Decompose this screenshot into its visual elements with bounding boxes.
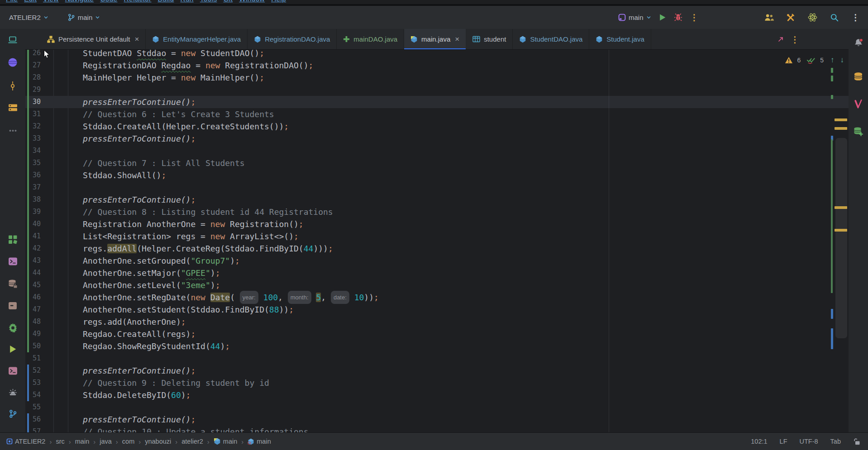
run-more-kebab-icon[interactable]: ⋮ — [690, 13, 699, 22]
toolwindow-button-notifications-bell-icon[interactable] — [849, 38, 868, 48]
code-line[interactable]: 53// Question 9 : Deleting student by id — [25, 377, 849, 389]
toolwindow-button-monitor-icon[interactable] — [0, 36, 25, 44]
code-line[interactable]: 51 — [25, 352, 849, 365]
menu-item-window[interactable]: Window — [237, 0, 267, 3]
expand-icon[interactable] — [777, 36, 784, 43]
tab-studentdao-java[interactable]: StudentDAO.java — [513, 29, 589, 49]
code-line[interactable]: 46AnotherOne.setRegDate(new Date( year: … — [25, 291, 849, 303]
tab-student-java[interactable]: Student.java — [589, 29, 651, 49]
code-line[interactable]: 26StudentDAO Stddao = new StudentDAO(); — [25, 50, 849, 59]
code-line[interactable]: 41List<Registration> regs = new ArrayLis… — [25, 230, 849, 242]
toolwindow-button-terminal-purple-icon[interactable] — [0, 257, 25, 266]
code-line[interactable]: 31// Question 6 : Let's Create 3 Student… — [25, 108, 849, 120]
line-number[interactable]: 41 — [25, 230, 41, 242]
close-icon[interactable]: × — [455, 35, 459, 43]
code-line[interactable]: 34 — [25, 145, 849, 157]
toolwindow-button-settings-gear-icon[interactable] — [0, 323, 25, 333]
toolwindow-button-database-server-icon[interactable] — [0, 104, 25, 112]
search-icon[interactable] — [830, 13, 839, 22]
breadcrumb-item-atelier2[interactable]: atelier2 — [181, 438, 203, 445]
line-number[interactable]: 48 — [25, 316, 41, 328]
line-number[interactable]: 43 — [25, 255, 41, 267]
tab-maindao-java[interactable]: mainDAO.java — [337, 29, 404, 49]
code-line[interactable]: 33pressEnterToContinue(); — [25, 133, 849, 145]
breadcrumb-item-java[interactable]: java — [100, 438, 112, 445]
line-number[interactable]: 57 — [25, 426, 41, 432]
code-line[interactable]: 42regs.addAll(Helper.CreateReg(Stddao.Fi… — [25, 242, 849, 255]
line-number[interactable]: 35 — [25, 157, 41, 169]
code-line[interactable]: 45AnotherOne.setLevel("3eme"); — [25, 279, 849, 291]
code-line[interactable]: 37 — [25, 181, 849, 194]
line-number[interactable]: 34 — [25, 145, 41, 157]
menu-item-run[interactable]: Run — [178, 0, 196, 3]
breadcrumb-item-main[interactable]: main — [214, 438, 237, 445]
line-number[interactable]: 52 — [25, 365, 41, 377]
line-number[interactable]: 28 — [25, 71, 41, 84]
code-line[interactable]: 32Stddao.CreateAll(Helper.CreateStudents… — [25, 120, 849, 133]
code-line[interactable]: 39// Question 8 : Listing student id 44 … — [25, 206, 849, 218]
toolwindow-button-commit-icon[interactable] — [0, 81, 25, 91]
tab-entitymanagerhelper-java[interactable]: EntityManagerHelper.java — [146, 29, 248, 49]
line-number[interactable]: 40 — [25, 218, 41, 230]
menu-item-help[interactable]: Help — [269, 0, 288, 3]
line-number[interactable]: 53 — [25, 377, 41, 389]
project-widget[interactable]: ATELIER2 — [9, 14, 48, 21]
code-line[interactable]: 27RegistrationDAO Regdao = new Registrat… — [25, 59, 849, 71]
line-number[interactable]: 29 — [25, 84, 41, 96]
breadcrumb-item-atelier2[interactable]: ATELIER2 — [6, 438, 45, 445]
code-line[interactable]: 48regs.add(AnotherOne); — [25, 316, 849, 328]
line-number[interactable]: 56 — [25, 413, 41, 426]
next-problem-down-icon[interactable]: ↓ — [840, 56, 844, 65]
line-number[interactable]: 44 — [25, 267, 41, 279]
code-editor[interactable]: 26StudentDAO Stddao = new StudentDAO();2… — [25, 50, 849, 432]
code-line[interactable]: 30pressEnterToContinue(); — [25, 96, 849, 108]
users-icon[interactable] — [764, 13, 774, 22]
menu-item-edit[interactable]: Edit — [22, 0, 39, 3]
line-number[interactable]: 39 — [25, 206, 41, 218]
breadcrumb-item-com[interactable]: com — [122, 438, 134, 445]
breadcrumb-item-main[interactable]: main — [75, 438, 89, 445]
line-number[interactable]: 27 — [25, 59, 41, 71]
indent-style[interactable]: Tab — [830, 438, 841, 445]
toolwindow-button-maven-v-icon[interactable] — [849, 99, 868, 109]
breadcrumb-item-main[interactable]: main — [248, 438, 271, 445]
toolwindow-button-database-add-icon[interactable] — [849, 127, 868, 137]
tab-student[interactable]: student — [466, 29, 513, 49]
checks-icon[interactable] — [806, 57, 816, 64]
toolwindow-button-persistence-sphere-icon[interactable] — [0, 57, 25, 67]
menu-item-view[interactable]: View — [41, 0, 61, 3]
run-button[interactable] — [659, 14, 666, 21]
toolwindow-button-run-play-icon[interactable] — [0, 345, 25, 354]
toolwindow-button-more-icon[interactable] — [0, 129, 25, 132]
menu-item-file[interactable]: File — [4, 0, 20, 3]
line-separator[interactable]: LF — [780, 438, 787, 445]
atom-icon[interactable] — [807, 12, 818, 23]
tab-registrationdao-java[interactable]: RegistrationDAO.java — [248, 29, 337, 49]
tab-persistence-unit-default[interactable]: Persistence Unit default× — [41, 29, 146, 49]
line-number[interactable]: 47 — [25, 303, 41, 316]
line-number[interactable]: 50 — [25, 340, 41, 352]
code-line[interactable]: 36Stddao.ShowAll(); — [25, 169, 849, 181]
code-line[interactable]: 38pressEnterToContinue(); — [25, 194, 849, 206]
line-number[interactable]: 30 — [25, 96, 41, 108]
toolwindow-button-event-log-icon[interactable] — [0, 388, 25, 397]
code-line[interactable]: 35// Question 7 : List All Students — [25, 157, 849, 169]
file-encoding[interactable]: UTF-8 — [800, 438, 818, 445]
code-line[interactable]: 29 — [25, 84, 849, 96]
toolwindow-button-database-lock-icon[interactable] — [0, 279, 25, 289]
line-number[interactable]: 55 — [25, 401, 41, 413]
line-number[interactable]: 45 — [25, 279, 41, 291]
toolwindow-button-database-orange-icon[interactable] — [849, 72, 868, 82]
menu-item-refactor[interactable]: Refactor — [121, 0, 153, 3]
code-line[interactable]: 57// Question 10 : Update a student info… — [25, 426, 849, 432]
close-icon[interactable]: × — [134, 35, 139, 43]
run-configuration-select[interactable]: main — [618, 14, 651, 21]
line-number[interactable]: 42 — [25, 242, 41, 255]
line-number[interactable]: 54 — [25, 389, 41, 401]
line-number[interactable]: 26 — [25, 50, 41, 59]
vcs-branch-widget[interactable]: main — [67, 14, 100, 21]
kebab-icon[interactable]: ⋮ — [791, 35, 799, 44]
line-number[interactable]: 32 — [25, 120, 41, 133]
line-number[interactable]: 36 — [25, 169, 41, 181]
toolwindow-button-git-branch-icon[interactable] — [0, 410, 25, 418]
